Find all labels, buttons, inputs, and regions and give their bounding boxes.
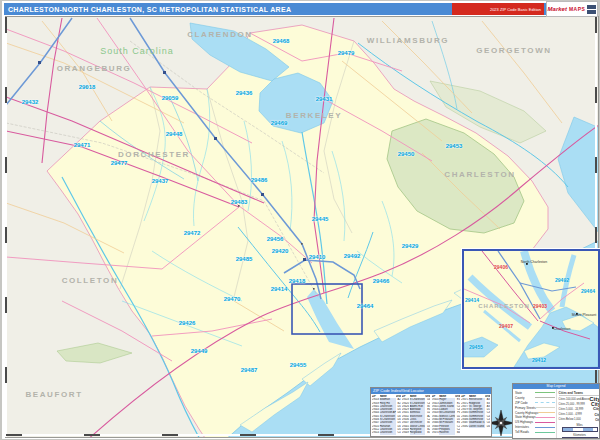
edition-text: 2023 ZIP Code Basic Edition xyxy=(490,7,544,12)
legend-item-toll-roads: Toll Roads xyxy=(515,430,555,435)
legend-swatch xyxy=(535,397,555,398)
legend-swatch xyxy=(535,422,555,423)
map-sheet: South CarolinaORANGEBURGCLARENDONWILLIAM… xyxy=(2,1,598,439)
zip-label-29455: 29455 xyxy=(469,344,483,350)
legend-swatch xyxy=(536,407,555,408)
city-label: Mount Pleasant xyxy=(572,313,596,317)
legend-city-items: Cities and Towns Cities 100,000 and Abov… xyxy=(556,389,600,439)
zip-index-column: ZIPNameGrid29471ReevesvilleA329472Ridgev… xyxy=(461,395,490,435)
zip-label-29414: 29414 xyxy=(465,297,479,303)
legend-swatch xyxy=(536,417,555,418)
legend-panel: Map Legend StateCountyZIP CodePrimary St… xyxy=(512,383,600,439)
zip-index-row: 29470RavenelB4 xyxy=(432,431,461,434)
city-label: Charleston xyxy=(554,327,571,331)
zip-label-29464: 29464 xyxy=(581,288,595,294)
zip-label-29406: 29406 xyxy=(494,264,508,270)
legend-swatch xyxy=(535,432,555,433)
zip-index-column: ZIPNameGrid29450HugerE329453JamestownE22… xyxy=(432,395,461,435)
legend-swatch xyxy=(535,402,555,403)
legend-line-items: StateCountyZIP CodePrimary StreetsCounty… xyxy=(513,389,556,439)
neatline-ticks-left xyxy=(5,17,7,437)
inset-map: CHARLESTONNorth CharlestonCharlestonMoun… xyxy=(462,249,600,369)
legend-city-category: Cities Below 1,000City xyxy=(559,417,600,422)
zip-index-column: ZIPNameGrid29018BowmanA229059Holly HillB… xyxy=(372,395,401,435)
zip-index-row: 29449HollywoodB5 xyxy=(402,431,431,434)
logo-market-text: Market xyxy=(548,7,567,12)
zip-label-29403: 29403 xyxy=(533,303,547,309)
zip-label-29412: 29412 xyxy=(532,357,546,363)
zip-index-body: ZIPNameGrid29018BowmanA229059Holly HillB… xyxy=(371,394,491,436)
legend-swatch xyxy=(535,427,555,428)
legend-swatch xyxy=(535,392,555,393)
map-poster: South CarolinaORANGEBURGCLARENDONWILLIAM… xyxy=(0,0,600,440)
publisher-logo: Market MAPS xyxy=(546,1,598,17)
zip-label-29492: 29492 xyxy=(555,277,569,283)
zip-index-table: ZIP Code Index/Grid Locator ZIPNameGrid2… xyxy=(370,387,492,437)
zip-index-row: 29492Daniel IslandD4 xyxy=(461,425,490,428)
legend-swatch xyxy=(538,412,554,413)
map-svg xyxy=(6,17,598,437)
neatline-ticks-right xyxy=(595,17,597,437)
city-label: North Charleston xyxy=(521,260,547,264)
legend-cities-title: Cities and Towns xyxy=(559,391,600,396)
title-bar: CHARLESTON-NORTH CHARLESTON, SC METROPOL… xyxy=(4,3,596,15)
zip-index-column: ZIPNameGrid29418N CharlestonD429420N Cha… xyxy=(402,395,431,435)
logo-blocks-icon xyxy=(587,5,596,14)
map-area xyxy=(6,17,598,437)
county-label: CHARLESTON xyxy=(478,303,530,309)
map-title: CHARLESTON-NORTH CHARLESTON, SC METROPOL… xyxy=(4,6,291,13)
edition-badge: 2023 ZIP Code Basic Edition xyxy=(452,3,544,15)
zip-index-row: 29414CharlestonC5 xyxy=(372,431,401,434)
scale-bar-miles: Miles xyxy=(559,424,600,432)
zip-label-29407: 29407 xyxy=(499,323,513,329)
inset-map-svg xyxy=(464,251,598,367)
logo-maps-text: MAPS xyxy=(569,7,585,12)
scale-bar-kilometers: Kilometers xyxy=(559,434,600,439)
